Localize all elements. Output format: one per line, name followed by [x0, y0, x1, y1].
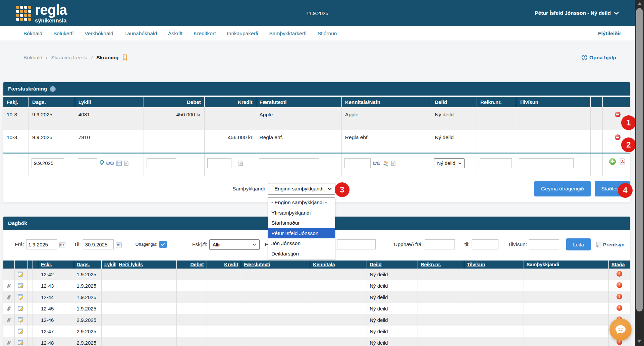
covered-filter-input[interactable] [337, 239, 376, 249]
chevron-down-icon [328, 188, 332, 190]
reference-input[interactable] [529, 239, 559, 249]
glasses-search-icon[interactable] [373, 161, 380, 165]
edit-entry-icon[interactable] [18, 329, 24, 334]
contacts-icon[interactable] [383, 161, 389, 166]
paperclip-icon[interactable] [7, 283, 11, 289]
journal-row: 12-48 2.9.2025 Ný deild [3, 337, 630, 346]
info-icon[interactable]: i [50, 86, 56, 92]
lightbulb-lookup-icon[interactable] [100, 160, 104, 166]
glasses-search-icon[interactable] [106, 161, 114, 165]
new-debet-input[interactable] [147, 158, 176, 168]
unfinished-checkbox[interactable] [159, 241, 167, 248]
col-lykill[interactable]: Lykill [102, 261, 116, 269]
nav-item-samthykktarkerfi[interactable]: Samþykktarkerfi [269, 31, 307, 37]
journal-panel-title: Dagbók [8, 220, 27, 226]
col-kredit[interactable]: Kredit [207, 261, 241, 269]
account-list-icon[interactable] [116, 161, 122, 166]
to-label: Til: [74, 241, 81, 247]
new-reikn-input[interactable] [480, 158, 512, 168]
col-tilvisun[interactable]: Tilvísun [464, 261, 524, 269]
status-alert-icon[interactable] [616, 271, 622, 277]
col-edit [14, 261, 27, 269]
save-draft-button[interactable]: Geyma ófrágengið [534, 181, 591, 196]
search-button[interactable]: Leita [566, 238, 591, 250]
nav-item-askrift[interactable]: Áskrift [168, 31, 182, 37]
status-alert-icon[interactable] [616, 282, 622, 288]
edit-entry-icon[interactable] [18, 340, 24, 345]
paperclip-icon[interactable] [7, 294, 11, 300]
scroll-up-arrow[interactable] [637, 2, 642, 5]
approver-option[interactable]: Jón Jónsson [268, 238, 335, 249]
col-dags[interactable]: Dags. [74, 261, 101, 269]
col-fskj[interactable]: Fskj. [38, 261, 74, 269]
user-menu[interactable]: Pétur Ísfeld Jónsson - Ný deild [535, 10, 619, 16]
status-alert-icon[interactable] [616, 305, 622, 311]
approver-option[interactable]: Deildarstjóri [268, 249, 335, 259]
approver-select[interactable]: - Enginn samþykkjandi - [268, 183, 335, 195]
nav-item-launabokhald[interactable]: Launabókhald [124, 31, 157, 37]
approver-option[interactable]: Starfsmaður [268, 218, 335, 228]
delete-row-icon[interactable] [615, 112, 621, 117]
paperclip-icon[interactable] [7, 340, 11, 346]
approver-option[interactable]: Yfirsamþykkjandi [268, 208, 335, 218]
paperclip-icon[interactable] [7, 317, 11, 323]
nav-item-verkbokhald[interactable]: Verkbókhald [85, 31, 113, 37]
document-icon[interactable] [391, 161, 395, 166]
to-date-input[interactable] [83, 239, 114, 249]
col-faerslutexti[interactable]: Færslutexti [241, 261, 310, 269]
calendar-icon[interactable] [116, 242, 122, 247]
scrollbar-thumb[interactable] [636, 8, 643, 311]
col-reikn-nr[interactable]: Reikn.nr. [418, 261, 464, 269]
scroll-down-arrow[interactable] [637, 340, 642, 343]
open-help-link[interactable]: ? Opna hjálp [582, 55, 616, 61]
cell-debet: 456.000 kr [144, 107, 204, 130]
edit-entry-icon[interactable] [18, 306, 24, 311]
document-icon[interactable] [124, 161, 128, 166]
from-date-input[interactable] [26, 239, 57, 249]
nav-item-bokhald[interactable]: Bókhald [23, 31, 42, 37]
amount-to-input[interactable] [472, 239, 498, 249]
new-faerslutexti-input[interactable] [259, 158, 319, 168]
edit-entry-icon[interactable] [18, 283, 24, 288]
paperclip-icon[interactable] [7, 306, 11, 311]
print-preview-icon [596, 242, 601, 247]
approver-label: Samþykkjandi [232, 186, 265, 192]
nav-item-kreditkort[interactable]: Kreditkort [194, 31, 216, 37]
new-kennitala-input[interactable] [344, 158, 371, 168]
col-heiti-lykils[interactable]: Heiti lykils [116, 261, 177, 269]
new-tilvisun-input[interactable] [519, 158, 574, 168]
status-alert-icon[interactable] [616, 294, 622, 299]
breadcrumb-link-skraning-faersla[interactable]: Skráning færsla [51, 55, 88, 61]
doc-type-select[interactable]: Allir [209, 239, 260, 250]
delete-row-icon[interactable] [615, 134, 621, 140]
breadcrumb: Bókhald / Skráning færsla / Skráning ? O… [0, 41, 635, 61]
add-row-icon[interactable] [609, 158, 616, 165]
col-stada[interactable]: Staða [609, 261, 630, 269]
amount-from-input[interactable] [425, 239, 455, 249]
new-kredit-input[interactable] [207, 158, 231, 168]
new-lykill-input[interactable] [78, 158, 97, 168]
nav-item-innkaupakerfi[interactable]: Innkaupakerfi [227, 31, 258, 37]
chat-widget-button[interactable] [609, 319, 632, 341]
edit-entry-icon[interactable] [18, 317, 24, 323]
nav-item-solukerfi[interactable]: Sölukerfi [53, 31, 73, 37]
pdf-icon[interactable] [620, 158, 625, 165]
new-deild-select[interactable]: Ný deild [434, 158, 465, 168]
col-deild[interactable]: Deild [367, 261, 418, 269]
nav-item-stjornun[interactable]: Stjórnun [318, 31, 337, 37]
edit-entry-icon[interactable] [18, 294, 24, 300]
col-debet[interactable]: Debet [177, 261, 207, 269]
nav-item-flytileidir[interactable]: Flýtileiðir [598, 31, 621, 37]
journal-header-row: Fskj. Dags. Lykill Heiti lykils Debet Kr… [3, 261, 630, 269]
new-dags-input[interactable] [32, 158, 64, 168]
print-preview-link[interactable]: Prentsýn [596, 242, 625, 247]
approver-option[interactable]: Pétur Ísfeld Jónsson [268, 228, 335, 239]
approver-option[interactable]: - Enginn samþykkjandi - [268, 197, 335, 208]
document-icon[interactable] [238, 161, 243, 166]
calendar-icon[interactable] [59, 242, 65, 247]
edit-entry-icon[interactable] [18, 272, 24, 277]
brand-name: regla [35, 3, 67, 17]
bookmark-icon[interactable] [122, 54, 127, 61]
breadcrumb-link-bokhald[interactable]: Bókhald [23, 55, 42, 61]
col-kennitala[interactable]: Kennitala [310, 261, 367, 269]
